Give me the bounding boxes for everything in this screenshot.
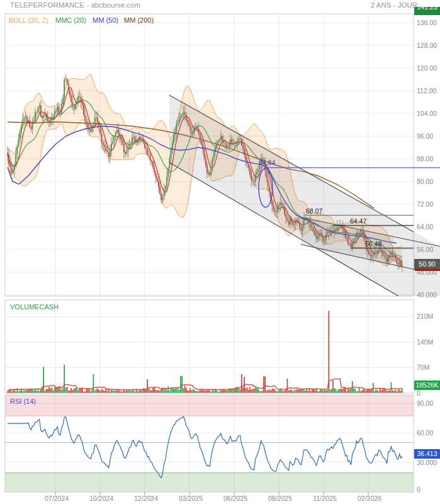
price-axis-label: 128.00: [417, 42, 437, 49]
date-axis-label: 02/2026: [349, 495, 390, 502]
volume-axis-label: 140M: [417, 338, 433, 346]
date-axis-label: 07/2024: [37, 495, 77, 502]
rsi-panel: [5, 395, 414, 492]
price-annotation: 68.07: [306, 207, 322, 215]
rsi-axis-label: 30.000: [417, 459, 437, 466]
last-price-badge: 50.90: [414, 259, 440, 269]
volume-axis-label: 210M: [417, 312, 433, 320]
volume-axis-label: 70M: [417, 364, 429, 371]
price-axis-label: 56.00: [417, 246, 433, 253]
volume-panel-label: VOLUMECASH: [10, 303, 59, 311]
legend-item-mm50: MM (50): [93, 16, 118, 24]
rsi-badge: 36.413: [414, 449, 440, 459]
rsi-axis-label: 60.00: [417, 429, 433, 437]
date-axis-label: 11/2025: [305, 495, 345, 502]
price-annotation: 84.84: [259, 159, 275, 166]
price-axis-label: 72.00: [417, 200, 433, 208]
price-axis-label: 112.00: [417, 87, 436, 94]
price-axis-label: 120.00: [417, 64, 437, 72]
price-axis-label: 40.000: [417, 291, 437, 299]
legend-item-mm200: MM (200): [124, 16, 154, 24]
volume-panel: [5, 300, 414, 393]
volume-axis-label: 0: [417, 389, 420, 397]
price-axis-label: 80.00: [417, 178, 433, 185]
chart-canvas[interactable]: [0, 0, 440, 504]
price-axis-label: 104.00: [417, 110, 437, 117]
price-annotation: 64.47: [350, 217, 366, 225]
high-price-badge: 141.25: [414, 7, 440, 15]
price-axis-label: 136.00: [417, 19, 437, 26]
legend-item-bollinger: BOLL (20, 2): [9, 16, 48, 24]
date-axis-label: 06/2025: [215, 495, 256, 502]
price-axis-label: 96.00: [417, 132, 433, 140]
price-axis-label: 88.00: [417, 155, 433, 163]
price-annotation: 56.48: [365, 240, 381, 248]
rsi-axis-label: 90.00: [417, 399, 433, 407]
date-axis-label: 08/2025: [260, 495, 300, 502]
last-price-underline: [415, 269, 440, 271]
rsi-panel-label: RSI (14): [10, 398, 36, 405]
rsi-axis-label: 0: [417, 486, 420, 493]
stock-chart-app: TELEPERFORMANCE - abcbourse.com 2 ANS - …: [0, 0, 440, 504]
annotations-layer: [169, 95, 440, 296]
price-axis-label: 64.00: [417, 223, 433, 231]
date-axis-label: 12/2024: [126, 495, 166, 502]
legend-item-mmc20: MMC (20): [55, 16, 86, 24]
volume-badge: 18526K: [414, 381, 440, 390]
date-axis-label: 10/2024: [81, 495, 121, 502]
date-axis-label: 03/2025: [171, 495, 211, 502]
